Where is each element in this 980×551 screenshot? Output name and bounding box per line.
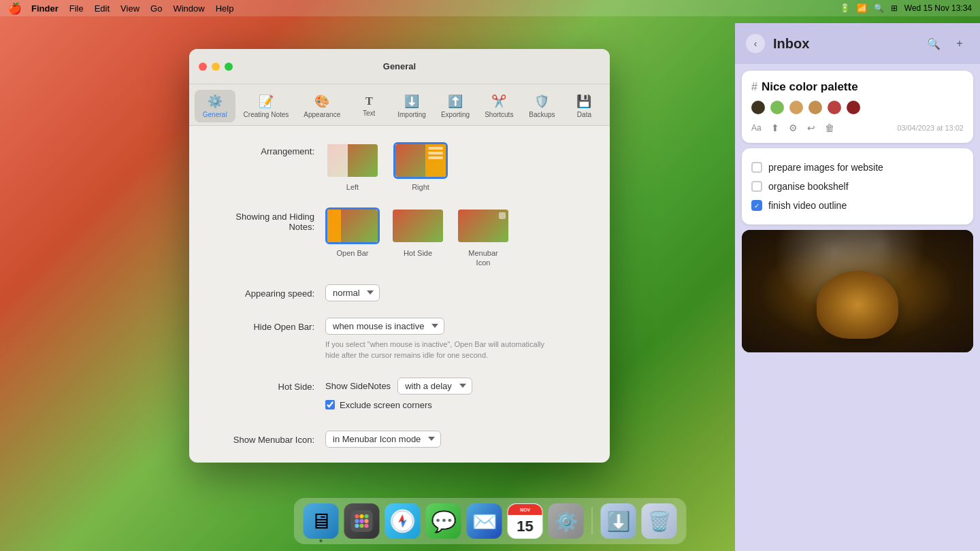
todo-item-1[interactable]: prepare images for website [751,158,964,177]
bread-image [817,271,898,339]
hot-side-label: Hot Side [404,248,432,258]
search-icon: 🔍 [927,37,941,50]
open-bar-label: Open Bar [336,248,368,258]
tab-creating-notes[interactable]: 📝 Creating Notes [237,90,296,122]
todo-item-2[interactable]: organise bookshelf [751,177,964,196]
showing-options: Open Bar Hot Side [325,207,583,268]
svg-point-2 [360,514,364,518]
window-maximize-button[interactable] [225,63,233,71]
tab-backups-label: Backups [529,111,555,118]
menubar-icon-thumb [456,207,510,244]
text-icon: T [365,95,373,107]
svg-point-6 [365,519,369,523]
card-title: Nice color palette [762,80,858,94]
dock-item-finder[interactable]: 🖥 [304,503,339,539]
window-titlebar: General [189,49,610,84]
card-hash: # [751,81,757,93]
arrangement-right-thumb [393,142,448,179]
show-sidenotes-label: Show SideNotes [325,381,391,391]
tab-appearance[interactable]: 🎨 Appearance [297,90,347,122]
battery-icon: 🔋 [840,3,850,13]
svg-point-15 [402,520,404,522]
todo-checkbox-3[interactable]: ✓ [751,200,762,211]
share-icon[interactable]: ⬆ [771,122,779,133]
show-menubar-icon-label: Show Menubar Icon: [216,431,325,445]
menubar-edit[interactable]: Edit [95,3,110,14]
menubar-view[interactable]: View [120,3,140,14]
tab-general[interactable]: ⚙️ General [195,90,235,122]
inbox-add-button[interactable]: + [950,34,969,53]
todo-checkbox-1[interactable] [751,162,762,173]
apple-menu[interactable]: 🍎 [8,2,22,15]
arrangement-left-option[interactable]: Left [325,142,380,191]
undo-icon[interactable]: ↩ [807,122,815,133]
hide-open-bar-row: Hide Open Bar: never when mouse is inact… [216,318,583,361]
launchpad-icon [351,510,373,532]
showing-menubar-icon[interactable]: MenubarIcon [456,207,510,268]
tab-shortcuts[interactable]: ✂️ Shortcuts [478,90,520,122]
appearing-speed-select[interactable]: slow normal fast [325,284,380,301]
photo-card[interactable] [742,230,973,352]
color-dot-3 [789,101,803,114]
dock-item-safari[interactable] [385,503,421,539]
inbox-search-button[interactable]: 🔍 [924,34,943,53]
cal-day: 15 [517,519,533,534]
showing-open-bar[interactable]: Open Bar [325,207,380,268]
exclude-corners-input[interactable] [325,400,335,410]
showing-hot-side[interactable]: Hot Side [391,207,445,268]
tab-text[interactable]: T Text [348,91,389,121]
arrangement-right-option[interactable]: Right [393,142,448,191]
svg-point-7 [355,524,359,528]
show-menubar-icon-row: Show Menubar Icon: always in Menubar Ico… [216,431,583,448]
inbox-back-button[interactable]: ‹ [746,34,765,53]
color-palette-card[interactable]: # Nice color palette Aa ⬆ ⚙ ↩ 🗑 03/04/20… [742,71,973,143]
exclude-corners-checkbox[interactable]: Exclude screen corners [325,400,583,410]
todo-item-3[interactable]: ✓ finish video outline [751,196,964,215]
show-menubar-icon-select[interactable]: always in Menubar Icon mode never [325,431,441,448]
tab-text-label: Text [363,110,375,117]
menubar-go[interactable]: Go [150,3,162,14]
tab-general-label: General [203,111,227,118]
color-dot-5 [828,101,841,114]
menubar-file[interactable]: File [69,3,84,14]
finder-active-dot [320,539,323,542]
dock-item-downloads[interactable]: ⬇️ [601,503,636,539]
menubar-help[interactable]: Help [216,3,234,14]
dock-item-mail[interactable]: ✉️ [467,503,502,539]
dock-item-trash[interactable]: 🗑️ [642,503,677,539]
export-icon: ⬆️ [448,94,463,109]
tab-importing[interactable]: ⬇️ Importing [391,90,433,122]
import-icon: ⬇️ [404,94,419,109]
scissors-icon: ✂️ [491,94,506,109]
appearing-speed-label: Appearing speed: [216,284,325,299]
control-center-icon[interactable]: ⊞ [891,3,898,13]
showing-hiding-label: Showing and Hiding Notes: [216,207,325,232]
todo-card[interactable]: prepare images for website organise book… [742,148,973,224]
inbox-header: ‹ Inbox 🔍 + [735,23,980,64]
downloads-icon: ⬇️ [606,510,630,533]
window-minimize-button[interactable] [212,63,220,71]
svg-point-1 [355,514,359,518]
tab-backups[interactable]: 🛡️ Backups [521,90,562,122]
window-close-button[interactable] [199,63,207,71]
arrangement-left-thumb [325,142,380,179]
menubar-finder[interactable]: Finder [31,3,59,14]
gear-icon: ⚙️ [208,94,223,109]
tab-exporting[interactable]: ⬆️ Exporting [434,90,476,122]
search-icon[interactable]: 🔍 [874,3,884,13]
dock-item-system-settings[interactable]: ⚙️ [549,503,584,539]
todo-checkbox-2[interactable] [751,181,762,192]
menubar-window[interactable]: Window [173,3,204,14]
cal-month: NOV [520,507,530,512]
hide-open-bar-select[interactable]: never when mouse is inactive always [325,318,444,335]
trash-icon[interactable]: 🗑 [825,122,834,133]
tab-data[interactable]: 💾 Data [564,90,604,122]
hot-side-delay-select[interactable]: immediately with a delay [397,378,472,395]
settings-icon[interactable]: ⚙ [789,122,798,133]
font-icon[interactable]: Aa [751,123,762,133]
hide-open-bar-info: If you select "when mouse is inactive", … [325,339,557,361]
dock-item-launchpad[interactable] [344,503,380,539]
dock-item-calendar[interactable]: NOV 15 [508,503,543,539]
settings-window: General ⚙️ General 📝 Creating Notes 🎨 Ap… [189,49,610,463]
dock-item-messages[interactable]: 💬 [426,503,461,539]
